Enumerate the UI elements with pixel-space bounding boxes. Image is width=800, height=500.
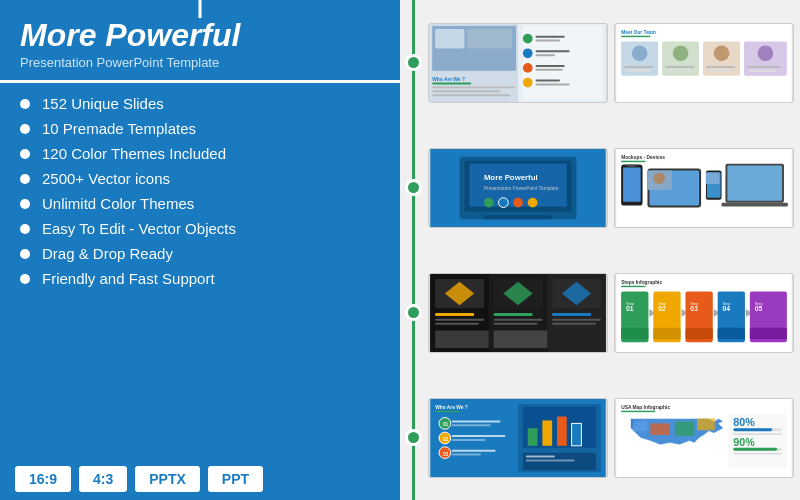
slide-row-2: More Powerful Presentation PowerPoint Te…	[400, 125, 800, 250]
svg-rect-55	[621, 160, 645, 161]
slide-thumb-3b[interactable]: Steps Infographic Step 01 Step 02 Step 0…	[614, 273, 794, 353]
svg-text:02: 02	[443, 436, 449, 441]
feature-item: 10 Premade Templates	[20, 120, 385, 137]
bullet-icon	[20, 199, 30, 209]
timeline-line	[412, 0, 415, 500]
slide-thumb-3a[interactable]	[428, 273, 608, 353]
svg-rect-122	[452, 420, 501, 422]
svg-rect-82	[494, 313, 533, 316]
svg-rect-37	[708, 69, 732, 71]
feature-text: Easy To Edit - Vector Objects	[42, 220, 236, 237]
svg-rect-4	[467, 28, 512, 48]
svg-rect-68	[706, 172, 720, 184]
svg-rect-130	[452, 449, 496, 451]
svg-text:Meet Our Team: Meet Our Team	[621, 29, 656, 34]
svg-text:03: 03	[443, 451, 449, 456]
left-panel: More Powerful Presentation PowerPoint Te…	[0, 0, 400, 500]
svg-rect-3	[435, 28, 464, 48]
svg-rect-83	[494, 318, 543, 320]
svg-rect-135	[542, 420, 552, 445]
svg-rect-7	[432, 86, 515, 88]
feature-text: 10 Premade Templates	[42, 120, 196, 137]
svg-text:More Powerful: More Powerful	[484, 173, 538, 182]
right-panel: Who Are We ?	[400, 0, 800, 500]
bullet-icon	[20, 99, 30, 109]
svg-rect-80	[435, 318, 484, 320]
svg-rect-151	[733, 428, 772, 431]
format-bar: 16:9 4:3 PPTX PPT	[0, 458, 400, 500]
svg-rect-89	[494, 330, 548, 348]
main-title: More Powerful	[20, 18, 380, 53]
svg-rect-19	[536, 68, 563, 70]
svg-rect-65	[722, 202, 788, 206]
feature-text: 120 Color Themes Included	[42, 145, 226, 162]
svg-text:Who Are We ?: Who Are We ?	[435, 404, 468, 409]
svg-rect-137	[572, 423, 582, 445]
svg-rect-33	[667, 69, 691, 71]
svg-rect-146	[675, 421, 695, 436]
svg-point-39	[758, 45, 774, 61]
format-badge-43[interactable]: 4:3	[79, 466, 127, 492]
svg-rect-28	[624, 65, 653, 67]
svg-point-11	[523, 33, 533, 43]
svg-rect-155	[733, 447, 777, 450]
svg-point-14	[523, 48, 533, 58]
svg-rect-29	[626, 69, 650, 71]
svg-text:03: 03	[690, 305, 698, 312]
feature-item: 120 Color Themes Included	[20, 145, 385, 162]
slide-thumb-4a[interactable]: Who Are We ? 01 02 03	[428, 398, 608, 478]
svg-rect-52	[484, 215, 552, 219]
svg-rect-96	[621, 327, 648, 339]
feature-item: Unlimitd Color Themes	[20, 195, 385, 212]
timeline-dot-1	[405, 54, 422, 71]
feature-item: Drag & Drop Ready	[20, 245, 385, 262]
svg-rect-22	[536, 83, 570, 85]
svg-rect-145	[650, 423, 670, 435]
slide-thumb-1a[interactable]: Who Are We ?	[428, 23, 608, 103]
svg-rect-84	[494, 322, 538, 324]
svg-rect-79	[435, 313, 474, 316]
svg-rect-85	[552, 313, 591, 316]
svg-rect-8	[432, 90, 500, 92]
format-badge-169[interactable]: 16:9	[15, 466, 71, 492]
svg-rect-147	[697, 418, 715, 430]
bullet-icon	[20, 124, 30, 134]
header-section: More Powerful Presentation PowerPoint Te…	[0, 0, 400, 83]
svg-rect-136	[557, 416, 567, 445]
svg-point-17	[523, 63, 533, 73]
svg-rect-86	[552, 318, 601, 320]
svg-rect-144	[633, 421, 648, 431]
slide-thumb-1b[interactable]: Meet Our Team	[614, 23, 794, 103]
svg-point-51	[528, 197, 538, 207]
format-badge-ppt[interactable]: PPT	[208, 466, 263, 492]
svg-text:Who Are We ?: Who Are We ?	[432, 76, 465, 81]
svg-rect-6	[432, 82, 471, 84]
svg-rect-140	[526, 459, 575, 461]
bullet-icon	[20, 174, 30, 184]
svg-text:01: 01	[443, 422, 449, 427]
format-badge-pptx[interactable]: PPTX	[135, 466, 200, 492]
svg-rect-41	[749, 69, 776, 71]
svg-rect-116	[750, 327, 787, 339]
sub-title: Presentation PowerPoint Template	[20, 55, 380, 70]
svg-rect-40	[747, 65, 781, 67]
header-line-decoration	[199, 0, 202, 18]
svg-rect-16	[536, 54, 556, 56]
slide-thumb-2b[interactable]: Mockups - Devices	[614, 148, 794, 228]
slide-row-3: Steps Infographic Step 01 Step 02 Step 0…	[400, 250, 800, 375]
slide-thumb-2a[interactable]: More Powerful Presentation PowerPoint Te…	[428, 148, 608, 228]
svg-rect-156	[733, 452, 782, 454]
features-section: 152 Unique Slides 10 Premade Templates 1…	[0, 83, 400, 458]
slide-thumb-4b[interactable]: USA Map Infographic 80% 90	[614, 398, 794, 478]
bullet-icon	[20, 149, 30, 159]
svg-rect-123	[452, 424, 491, 426]
svg-rect-9	[432, 94, 510, 96]
feature-item: 2500+ Vector icons	[20, 170, 385, 187]
feature-text: 152 Unique Slides	[42, 95, 164, 112]
svg-point-49	[499, 197, 509, 207]
svg-text:05: 05	[755, 305, 763, 312]
svg-point-35	[714, 45, 730, 61]
feature-text: Unlimitd Color Themes	[42, 195, 194, 212]
svg-rect-12	[536, 35, 565, 37]
bullet-icon	[20, 224, 30, 234]
